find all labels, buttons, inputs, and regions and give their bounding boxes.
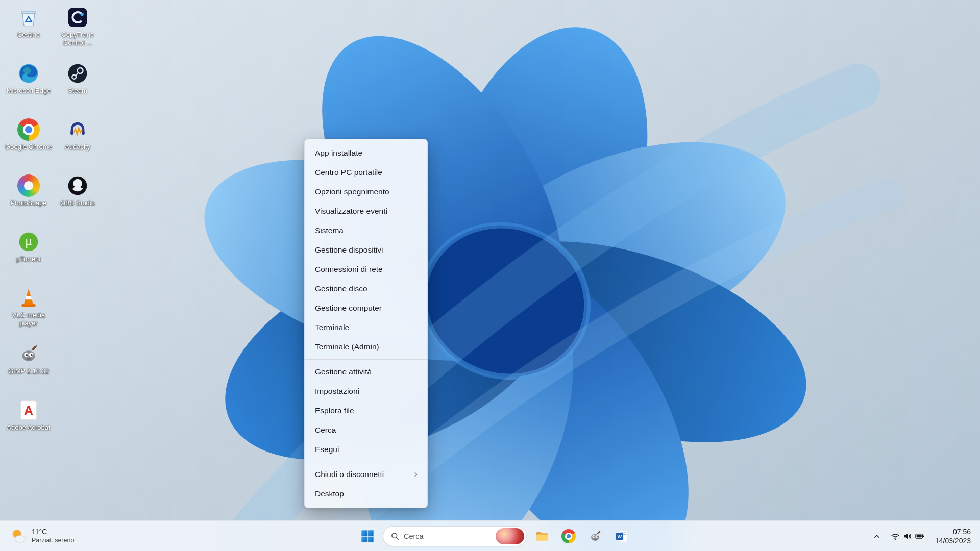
gimp-icon <box>17 343 40 365</box>
svg-text:A: A <box>24 404 33 417</box>
chrome-icon <box>561 529 576 543</box>
wifi-icon <box>891 532 900 541</box>
menu-item-label: Gestione attività <box>315 367 420 377</box>
show-hidden-icons-button[interactable] <box>869 526 885 546</box>
menu-item-label: Connessioni di rete <box>315 265 420 274</box>
clock-time: 07:56 <box>953 527 971 536</box>
desktop-icon-label: OBS Studio <box>60 199 95 207</box>
menu-item-label: Terminale (Admin) <box>315 342 420 352</box>
menu-item-label: Esplora file <box>315 406 420 415</box>
start-button[interactable] <box>356 525 379 547</box>
menu-item-app-installate[interactable]: App installate <box>307 143 425 163</box>
volume-icon <box>903 532 912 541</box>
context-menu: App installateCentro PC portatileOpzioni… <box>304 139 428 508</box>
desktop-icon-label: Adobe Acrobat <box>7 423 50 432</box>
menu-item-label: Desktop <box>315 489 420 498</box>
battery-icon <box>915 532 924 541</box>
desktop-icon-label: VLC media player <box>5 311 52 327</box>
desktop-icon-edge[interactable]: Microsoft Edge <box>4 60 53 116</box>
menu-item-gestione-disco[interactable]: Gestione disco <box>307 279 425 298</box>
menu-item-label: Gestione disco <box>315 284 420 293</box>
svg-text:µ: µ <box>26 235 32 248</box>
chevron-right-icon <box>412 471 420 478</box>
desktop-wallpaper[interactable] <box>0 0 980 551</box>
taskbar-app-gimp[interactable] <box>584 525 606 547</box>
weather-condition: Parzial. sereno <box>32 537 74 545</box>
chevron-up-icon <box>872 532 881 541</box>
desktop-icon-utorrent[interactable]: µµTorrent <box>4 229 53 285</box>
obs-icon <box>66 174 89 197</box>
desktop-icon-label: Steam <box>68 87 87 95</box>
menu-item-label: Gestione dispositivi <box>315 245 420 255</box>
menu-item-esegui[interactable]: Esegui <box>307 440 425 459</box>
desktop-icon-audacity[interactable]: Audacity <box>53 116 102 172</box>
menu-item-label: Impostazioni <box>315 387 420 396</box>
utorrent-icon: µ <box>17 231 40 253</box>
acrobat-icon: A <box>17 399 40 421</box>
menu-item-label: Centro PC portatile <box>315 168 420 177</box>
menu-item-terminale-admin[interactable]: Terminale (Admin) <box>307 337 425 357</box>
taskbar-search[interactable]: Cerca <box>383 526 527 546</box>
menu-item-impostazioni[interactable]: Impostazioni <box>307 382 425 401</box>
screen: Cestino CopyTrans Control ... Microsoft … <box>0 0 980 551</box>
menu-item-esplora-file[interactable]: Esplora file <box>307 401 425 420</box>
desktop-icon-label: Cestino <box>17 31 40 39</box>
menu-separator <box>305 359 427 360</box>
taskbar-center: Cerca W <box>356 521 633 551</box>
menu-item-chiudi-o-disconnetti[interactable]: Chiudi o disconnetti <box>307 465 425 484</box>
menu-item-gestione-dispositivi[interactable]: Gestione dispositivi <box>307 240 425 260</box>
desktop-icon-steam[interactable]: Steam <box>53 60 102 116</box>
desktop-icon-photoscape[interactable]: PhotoScape <box>4 172 53 229</box>
menu-item-sistema[interactable]: Sistema <box>307 221 425 240</box>
weather-temperature: 11°C <box>32 528 74 537</box>
quick-settings-button[interactable] <box>887 526 928 546</box>
windows-logo-icon <box>360 529 375 543</box>
menu-item-gestione-computer[interactable]: Gestione computer <box>307 298 425 318</box>
menu-item-cerca[interactable]: Cerca <box>307 420 425 440</box>
search-placeholder: Cerca <box>404 532 492 540</box>
menu-item-label: Sistema <box>315 226 420 235</box>
desktop-icon-vlc[interactable]: VLC media player <box>4 285 53 341</box>
menu-item-opzioni-spegnimento[interactable]: Opzioni spegnimento <box>307 182 425 202</box>
edge-icon <box>17 62 40 85</box>
desktop-icon-label: Google Chrome <box>5 143 52 151</box>
desktop-icon-obs[interactable]: OBS Studio <box>53 172 102 229</box>
desktop-icon-grid: Cestino CopyTrans Control ... Microsoft … <box>4 4 102 453</box>
desktop-icon-label: PhotoScape <box>11 199 47 207</box>
menu-item-terminale[interactable]: Terminale <box>307 318 425 337</box>
explorer-icon <box>535 529 549 543</box>
desktop-icon-label: µTorrent <box>16 255 41 263</box>
desktop-icon-label: Audacity <box>65 143 90 151</box>
menu-item-centro-pc-portatile[interactable]: Centro PC portatile <box>307 163 425 182</box>
steam-icon <box>66 62 89 85</box>
taskbar: 11°C Parzial. sereno Cerca <box>0 520 980 551</box>
taskbar-tray: 07:56 14/03/2023 <box>869 521 976 551</box>
desktop-icon-label: GIMP 2.10.32 <box>8 367 49 375</box>
desktop-icon-label: Microsoft Edge <box>7 87 51 95</box>
search-highlight-image[interactable] <box>496 528 524 544</box>
menu-item-label: Cerca <box>315 425 420 435</box>
chrome-icon <box>17 118 40 141</box>
desktop-icon-acrobat[interactable]: AAdobe Acrobat <box>4 397 53 453</box>
gimp-icon <box>588 529 602 543</box>
menu-item-visualizzatore-eventi[interactable]: Visualizzatore eventi <box>307 202 425 221</box>
vlc-icon <box>17 287 40 309</box>
taskbar-clock[interactable]: 07:56 14/03/2023 <box>930 525 976 547</box>
desktop-icon-gimp[interactable]: GIMP 2.10.32 <box>4 341 53 397</box>
menu-item-gestione-attivit[interactable]: Gestione attività <box>307 362 425 382</box>
desktop-icon-recycle-bin[interactable]: Cestino <box>4 4 53 60</box>
desktop-icon-chrome[interactable]: Google Chrome <box>4 116 53 172</box>
weather-widget[interactable]: 11°C Parzial. sereno <box>3 521 80 551</box>
taskbar-app-chrome[interactable] <box>557 525 580 547</box>
weather-icon <box>9 527 28 545</box>
taskbar-app-word[interactable]: W <box>610 525 633 547</box>
desktop-icon-label: CopyTrans Control ... <box>54 31 101 46</box>
menu-item-connessioni-di-rete[interactable]: Connessioni di rete <box>307 260 425 279</box>
menu-separator <box>305 462 427 462</box>
menu-item-label: App installate <box>315 148 420 158</box>
photoscape-icon <box>17 174 40 197</box>
menu-item-desktop[interactable]: Desktop <box>307 484 425 504</box>
svg-text:W: W <box>618 534 622 539</box>
desktop-icon-copytrans[interactable]: CopyTrans Control ... <box>53 4 102 60</box>
taskbar-app-explorer[interactable] <box>531 525 553 547</box>
